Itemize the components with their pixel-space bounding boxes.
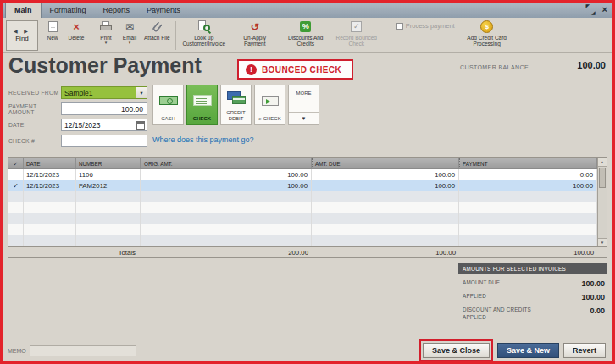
page-title: Customer Payment <box>8 53 202 78</box>
payment-method-check[interactable]: CHECK <box>186 85 218 125</box>
magnifier-icon <box>197 20 211 34</box>
bounced-check-icon: ✓ <box>351 21 362 32</box>
table-row-empty[interactable] <box>8 235 597 246</box>
alert-icon: ! <box>246 64 257 75</box>
calendar-icon[interactable] <box>136 121 145 130</box>
date-input[interactable]: 12/15/2023 <box>61 119 147 131</box>
payment-form: RECEIVED FROM Sample1 ▼ PAYMENT AMOUNT 1… <box>8 85 152 149</box>
chevron-down-icon[interactable]: ▼ <box>136 87 147 98</box>
tab-payments[interactable]: Payments <box>138 3 189 18</box>
print-button[interactable]: Print ▾ <box>94 19 118 52</box>
table-scrollbar[interactable]: ▲ ▼ <box>597 158 607 246</box>
table-row-empty[interactable] <box>8 213 597 224</box>
expand-window-icon[interactable]: ◤ ◢ <box>586 4 596 14</box>
discount-credits-applied-label: DISCOUNT AND CREDITS APPLIED <box>463 306 543 321</box>
memo-label: MEMO <box>8 348 26 354</box>
tab-reports[interactable]: Reports <box>95 3 139 18</box>
payment-method-cash[interactable]: CASH <box>152 85 184 125</box>
process-payment-checkbox[interactable] <box>396 23 403 30</box>
discounts-credits-button[interactable]: % Discounts And Credits <box>280 19 331 52</box>
applied-label: APPLIED <box>463 293 486 301</box>
close-icon[interactable]: × <box>602 4 607 14</box>
payment-method-credit-debit[interactable]: CREDIT DEBIT <box>220 85 252 125</box>
gold-coin-icon: $ <box>480 20 493 33</box>
totals-label: Totals <box>76 247 141 257</box>
column-header-payment: PAYMENT <box>459 158 597 168</box>
email-icon: ✉ <box>125 22 134 32</box>
column-header-number: NUMBER <box>76 158 141 168</box>
attach-file-button[interactable]: Attach File <box>141 19 173 52</box>
table-header-row: ✓ DATE NUMBER ORIG. AMT. AMT. DUE PAYMEN… <box>8 158 597 169</box>
revert-button[interactable]: Revert <box>563 343 606 358</box>
save-new-button[interactable]: Save & New <box>497 343 559 358</box>
column-header-amt-due: AMT. DUE <box>312 158 459 168</box>
memo-input[interactable] <box>30 345 136 356</box>
cash-icon <box>159 96 178 105</box>
find-button[interactable]: ◀ ▶ Find <box>6 20 38 51</box>
where-payment-goes-link[interactable]: Where does this payment go? <box>152 135 254 144</box>
tab-main[interactable]: Main <box>5 3 42 18</box>
new-button[interactable]: New <box>41 19 64 52</box>
customer-payment-window: Main Formatting Reports Payments ◤ ◢ × ◀… <box>0 0 615 364</box>
email-button[interactable]: ✉ Email ▾ <box>118 19 141 52</box>
print-dropdown-icon[interactable]: ▾ <box>105 41 108 46</box>
find-label: Find <box>15 35 29 42</box>
row-checkmark-icon[interactable]: ✓ <box>8 180 24 191</box>
toolbar-separator <box>91 21 91 50</box>
table-row-empty[interactable] <box>8 224 597 235</box>
tab-formatting[interactable]: Formatting <box>42 3 95 18</box>
more-methods-dropdown-icon[interactable]: ▼ <box>289 112 319 124</box>
delete-button[interactable]: × Delete <box>64 19 88 52</box>
date-label: DATE <box>8 122 61 128</box>
record-bounced-check-button[interactable]: ✓ Record Bounced Check <box>331 19 382 52</box>
paperclip-icon <box>152 21 163 33</box>
payment-amount-label: PAYMENT AMOUNT <box>8 103 61 115</box>
table-row-empty[interactable] <box>8 191 597 202</box>
payment-amount-input[interactable]: 100.00 <box>61 102 147 115</box>
received-from-select[interactable]: Sample1 ▼ <box>61 86 147 99</box>
selected-invoices-summary: AMOUNTS FOR SELECTED INVOICES AMOUNT DUE… <box>458 263 607 321</box>
table-row[interactable]: 12/15/2023 1106 100.00 100.00 0.00 <box>8 169 597 180</box>
bounced-check-label: BOUNCED CHECK <box>262 65 341 74</box>
payment-method-echeck[interactable]: e-CHECK <box>254 85 285 125</box>
forward-arrow-icon[interactable]: ▶ <box>24 29 30 34</box>
payment-method-tiles: CASH CHECK CREDIT DEBIT e-CHECK MORE ▼ <box>152 85 319 125</box>
customer-balance-value: 100.00 <box>577 60 606 70</box>
lookup-customer-invoice-button[interactable]: Look up Customer/Invoice <box>179 19 230 52</box>
table-row-selected[interactable]: ✓ 12/15/2023 FAM2012 100.00 100.00 100.0… <box>8 180 597 191</box>
table-row-empty[interactable] <box>8 202 597 213</box>
new-page-icon <box>48 21 58 32</box>
payment-method-more[interactable]: MORE ▼ <box>288 85 319 125</box>
summary-title: AMOUNTS FOR SELECTED INVOICES <box>458 263 607 274</box>
column-header-date: DATE <box>24 158 76 168</box>
column-header-check: ✓ <box>8 158 24 168</box>
back-arrow-icon[interactable]: ◀ <box>14 29 20 34</box>
received-from-label: RECEIVED FROM <box>8 90 61 96</box>
scroll-down-button[interactable]: ▼ <box>598 238 607 246</box>
table-body: 12/15/2023 1106 100.00 100.00 0.00 ✓ 12/… <box>8 169 597 246</box>
add-credit-card-processing-button[interactable]: $ Add Credit Card Processing <box>462 19 512 52</box>
amount-due-label: AMOUNT DUE <box>463 279 500 287</box>
customer-balance-label: CUSTOMER BALANCE <box>460 64 529 70</box>
toolbar-separator <box>175 21 176 50</box>
percent-icon: % <box>300 21 311 32</box>
check-number-input[interactable] <box>61 135 147 147</box>
invoice-table: ✓ DATE NUMBER ORIG. AMT. AMT. DUE PAYMEN… <box>8 157 607 258</box>
delete-x-icon: × <box>73 21 80 32</box>
echeck-icon <box>262 96 279 106</box>
credit-card-icon <box>227 91 246 104</box>
totals-row: Totals 200.00 100.00 100.00 <box>8 246 607 257</box>
unapply-payment-button[interactable]: ↺ Un-Apply Payment <box>230 19 280 52</box>
main-toolbar: ◀ ▶ Find New × Delete Print ▾ ✉ Email ▾ <box>3 18 612 53</box>
check-document-icon <box>193 95 212 106</box>
undo-arrow-icon: ↺ <box>251 22 259 32</box>
ribbon-tabbar: Main Formatting Reports Payments ◤ ◢ × <box>3 3 612 18</box>
email-dropdown-icon[interactable]: ▾ <box>129 41 131 46</box>
toolbar-separator <box>385 21 385 50</box>
discount-credits-applied-value: 0.00 <box>590 306 605 315</box>
scroll-up-button[interactable]: ▲ <box>598 158 607 167</box>
scroll-thumb[interactable] <box>599 168 606 188</box>
save-close-highlight: Save & Close <box>419 339 493 361</box>
process-payment-label: Process payment <box>406 22 455 30</box>
save-close-button[interactable]: Save & Close <box>423 343 490 358</box>
